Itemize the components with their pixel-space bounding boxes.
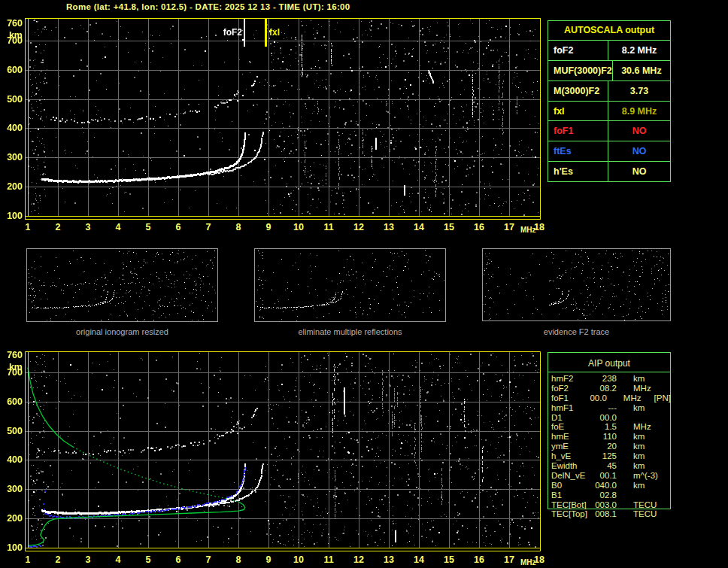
- x-tick-label: 10: [289, 555, 308, 565]
- aip-row-value: 125: [594, 451, 617, 461]
- autoscala-row-value: NO: [608, 121, 670, 141]
- aip-row-unit: MHz: [617, 422, 669, 432]
- autoscala-row-label: foF1: [548, 121, 608, 141]
- aip-row: Ewidth45km: [548, 461, 671, 471]
- aip-row-value: 00.0: [594, 413, 617, 423]
- aip-row-label: B0: [548, 481, 594, 491]
- fof2-marker-label: foF2: [218, 28, 242, 38]
- x-tick-label: 11: [319, 555, 338, 565]
- autoscala-row-label: fxI: [548, 102, 608, 121]
- aip-row-unit: [617, 413, 669, 423]
- aip-row: hmF1---km: [548, 403, 671, 413]
- autoscala-row-value: NO: [608, 162, 670, 181]
- aip-row-value: 1.5: [594, 422, 617, 432]
- x-tick-label: 2: [48, 223, 68, 232]
- autoscala-row-label: M(3000)F2: [548, 81, 608, 101]
- aip-row-value: 00.0: [587, 393, 606, 403]
- y-tick-label: 600: [0, 65, 23, 75]
- aip-row-unit: km: [617, 374, 669, 384]
- x-tick-label: 2: [48, 555, 68, 565]
- aip-row-label: B1: [548, 491, 594, 500]
- aip-row-value: 008.1: [594, 509, 617, 519]
- thumbnail-original-ionogram: [26, 248, 218, 322]
- aip-row-value: 08.2: [594, 384, 617, 393]
- x-tick-label: 15: [439, 223, 459, 232]
- autoscala-row-value: 30.6 MHz: [612, 61, 670, 80]
- x-tick-label: 7: [199, 223, 218, 232]
- aip-row-label: h_vE: [548, 451, 594, 461]
- aip-header-divider: [548, 372, 671, 372]
- aip-row: foF100.0MHz[PN]: [548, 393, 671, 403]
- x-tick-label: 8: [229, 223, 248, 232]
- x-tick-label: 5: [138, 223, 158, 232]
- x-tick-label: 17: [499, 555, 519, 565]
- x-tick-label: 4: [108, 223, 128, 232]
- autoscala-row-value: 3.73: [608, 81, 670, 101]
- autoscala-row: h'EsNO: [548, 161, 670, 181]
- aip-row: B0040.0km: [548, 481, 671, 491]
- x-tick-label: 1: [18, 555, 38, 565]
- autoscala-row: foF1NO: [548, 120, 670, 141]
- x-tick-label: 9: [259, 555, 278, 565]
- aip-row-label: foF1: [548, 393, 587, 403]
- x-tick-label: 12: [349, 223, 369, 232]
- aip-row: TEC[Top]008.1TECU: [548, 509, 671, 519]
- x-tick-label: 16: [469, 555, 489, 565]
- x-axis-unit-mhz: MHz: [520, 558, 536, 566]
- aip-row-unit: km: [617, 461, 669, 471]
- aip-row-label: TEC[Top]: [548, 509, 594, 519]
- autoscala-row-label: MUF(3000)F2: [548, 61, 612, 80]
- thumbnail-caption-evidence: evidence F2 trace: [482, 327, 671, 336]
- autoscala-row: fxI8.9 MHz: [548, 101, 670, 121]
- scaled-ionogram-plot: [25, 18, 541, 220]
- profile-ionogram-plot: [25, 351, 541, 551]
- aip-row: hmF2238km: [548, 374, 671, 384]
- aip-row: B102.8: [548, 491, 671, 500]
- aip-row-unit: TECU: [617, 500, 669, 510]
- autoscala-row: ftEsNO: [548, 141, 670, 161]
- x-tick-label: 17: [499, 223, 519, 232]
- x-tick-label: 9: [259, 223, 278, 232]
- x-tick-label: 4: [108, 555, 128, 565]
- x-tick-label: 10: [289, 223, 308, 232]
- aip-row-unit: m^(-3): [617, 471, 669, 481]
- y-tick-label: 400: [0, 455, 23, 465]
- aip-row-value: 238: [594, 374, 617, 384]
- aip-row-label: DelN_vE: [548, 471, 594, 481]
- aip-row: D100.0: [548, 413, 671, 423]
- y-tick-label: 760: [0, 351, 23, 360]
- aip-row-label: hmE: [548, 432, 594, 442]
- thumbnail-eliminate-reflections: [254, 248, 446, 322]
- aip-table-header: AIP output: [548, 358, 671, 369]
- x-tick-label: 15: [439, 555, 459, 565]
- aip-table-rows: hmF2238kmfoF208.2MHzfoF100.0MHz[PN]hmF1-…: [548, 374, 671, 519]
- autoscala-window: Rome (lat: +41.8, lon: 012.5) - DATE: 20…: [0, 0, 728, 568]
- y-tick-label: 200: [0, 514, 23, 524]
- y-tick-label: 100: [0, 211, 23, 221]
- aip-row: ymE20km: [548, 442, 671, 451]
- aip-row-unit: MHz: [617, 384, 669, 393]
- aip-row-label: D1: [548, 413, 594, 423]
- aip-row-value: 00.1: [594, 471, 617, 481]
- aip-row-label: TEC[Bot]: [548, 500, 594, 510]
- aip-row: hmE110km: [548, 432, 671, 442]
- x-tick-label: 1: [18, 223, 38, 232]
- thumbnail-caption-original: original ionogram resized: [26, 327, 218, 336]
- aip-row-value: 003.0: [594, 500, 617, 510]
- aip-row-value: 110: [594, 432, 617, 442]
- x-tick-label: 14: [409, 223, 429, 232]
- aip-row-unit: km: [617, 442, 669, 451]
- y-tick-label: 100: [0, 543, 23, 553]
- aip-row: foE1.5MHz: [548, 422, 671, 432]
- fxi-marker-label: fxI: [269, 28, 280, 38]
- aip-row-label: foE: [548, 422, 594, 432]
- x-tick-label: 8: [229, 555, 248, 565]
- aip-row: foF208.2MHz: [548, 384, 671, 393]
- y-tick-label: 500: [0, 427, 23, 436]
- aip-row-value: 20: [594, 442, 617, 451]
- x-tick-label: 12: [349, 555, 369, 565]
- y-tick-label: 600: [0, 397, 23, 407]
- aip-row-unit: [617, 491, 669, 500]
- autoscala-row-label: foF2: [548, 41, 608, 60]
- x-tick-label: 13: [379, 223, 399, 232]
